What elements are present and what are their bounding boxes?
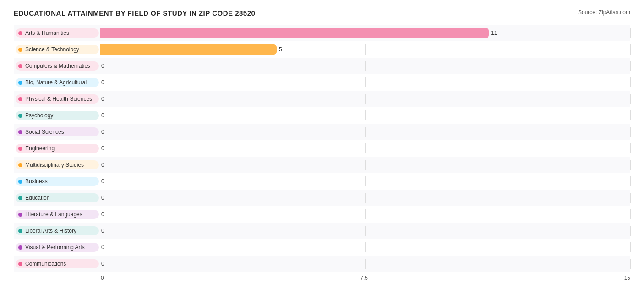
bar-value-label: 0 [101, 261, 104, 267]
bar-value-label: 0 [101, 129, 104, 135]
bar-row: Bio, Nature & Agricultural0 [14, 74, 630, 91]
bar-label: Bio, Nature & Agricultural [25, 79, 87, 86]
bar-row: Social Sciences0 [14, 124, 630, 140]
bar-row: Psychology0 [14, 107, 630, 124]
bar-label: Business [25, 178, 48, 185]
bar-label: Arts & Humanities [25, 30, 69, 36]
bar-track: 0 [100, 193, 630, 203]
label-pill: Science & Technology [16, 45, 99, 54]
label-pill: Education [16, 193, 99, 202]
bar-track: 0 [100, 259, 630, 269]
grid-wrap: Arts & Humanities11Science & Technology5… [14, 25, 630, 272]
bar-value-label: 0 [101, 228, 104, 234]
bar-track: 0 [100, 61, 630, 71]
x-label-mid: 7.5 [360, 275, 368, 281]
bar-row: Arts & Humanities11 [14, 25, 630, 41]
label-pill: Communications [16, 259, 99, 268]
bar-value-label: 0 [101, 79, 104, 86]
bar-fill [100, 44, 277, 55]
chart-title: EDUCATIONAL ATTAINMENT BY FIELD OF STUDY… [14, 9, 255, 17]
pill-dot [18, 31, 22, 35]
bar-value-label: 0 [101, 244, 104, 251]
x-label-max: 15 [624, 275, 630, 281]
bar-track: 0 [100, 143, 630, 153]
label-pill: Computers & Mathematics [16, 61, 99, 71]
chart-container: EDUCATIONAL ATTAINMENT BY FIELD OF STUDY… [14, 9, 630, 281]
bar-track: 0 [100, 209, 630, 219]
label-pill: Visual & Performing Arts [16, 243, 99, 252]
bar-track: 0 [100, 242, 630, 252]
pill-dot [18, 245, 22, 250]
bar-row: Literature & Languages0 [14, 206, 630, 223]
pill-dot [18, 262, 22, 266]
bar-value-label: 0 [101, 63, 104, 69]
bar-value-label: 0 [101, 211, 104, 218]
x-axis-labels: 0 7.5 15 [101, 275, 630, 281]
label-pill: Engineering [16, 144, 99, 153]
label-pill: Social Sciences [16, 127, 99, 136]
bar-value-label: 0 [101, 96, 104, 102]
bar-label: Science & Technology [25, 46, 79, 53]
bar-label: Computers & Mathematics [25, 63, 90, 69]
bar-label: Visual & Performing Arts [25, 244, 85, 251]
bar-track: 0 [100, 226, 630, 236]
pill-dot [18, 130, 22, 134]
bar-label: Multidisciplinary Studies [25, 162, 84, 168]
bar-row: Science & Technology5 [14, 41, 630, 58]
chart-title-row: EDUCATIONAL ATTAINMENT BY FIELD OF STUDY… [14, 9, 630, 20]
bar-label: Engineering [25, 145, 55, 152]
bar-value-label: 11 [491, 30, 497, 36]
pill-dot [18, 163, 22, 167]
source-label: Source: ZipAtlas.com [578, 9, 630, 16]
pill-dot [18, 48, 22, 52]
label-pill: Arts & Humanities [16, 28, 99, 38]
bar-value-label: 0 [101, 145, 104, 152]
bar-label: Psychology [25, 112, 53, 119]
bar-value-label: 0 [101, 195, 104, 201]
bar-row: Education0 [14, 190, 630, 206]
x-label-0: 0 [101, 275, 104, 281]
bar-label: Physical & Health Sciences [25, 96, 92, 102]
pill-dot [18, 213, 22, 217]
pill-dot [18, 196, 22, 200]
label-pill: Liberal Arts & History [16, 226, 99, 235]
bar-label: Social Sciences [25, 129, 64, 135]
chart-body: Arts & Humanities11Science & Technology5… [14, 25, 630, 281]
bar-row: Computers & Mathematics0 [14, 58, 630, 74]
bar-track: 0 [100, 77, 630, 87]
bar-label: Education [25, 195, 49, 201]
bar-label: Communications [25, 261, 66, 267]
label-pill: Psychology [16, 111, 99, 120]
pill-dot [18, 81, 22, 85]
bar-track: 0 [100, 176, 630, 186]
pill-dot [18, 64, 22, 68]
label-pill: Bio, Nature & Agricultural [16, 78, 99, 87]
pill-dot [18, 147, 22, 151]
bar-track: 0 [100, 94, 630, 104]
bar-value-label: 5 [279, 46, 282, 53]
bar-row: Business0 [14, 173, 630, 190]
bar-label: Liberal Arts & History [25, 228, 76, 234]
label-pill: Multidisciplinary Studies [16, 160, 99, 169]
pill-dot [18, 180, 22, 184]
bar-label: Literature & Languages [25, 211, 82, 218]
pill-dot [18, 229, 22, 233]
bar-row: Physical & Health Sciences0 [14, 91, 630, 107]
bar-row: Communications0 [14, 256, 630, 272]
bar-track: 5 [100, 44, 630, 55]
bar-track: 0 [100, 160, 630, 170]
bar-track: 11 [100, 28, 630, 38]
label-pill: Business [16, 177, 99, 186]
bar-track: 0 [100, 110, 630, 120]
bar-value-label: 0 [101, 112, 104, 119]
bar-row: Engineering0 [14, 140, 630, 157]
bar-fill [100, 28, 489, 38]
pill-dot [18, 114, 22, 118]
bar-value-label: 0 [101, 162, 104, 168]
pill-dot [18, 97, 22, 101]
bars-section: Arts & Humanities11Science & Technology5… [14, 25, 630, 272]
label-pill: Physical & Health Sciences [16, 94, 99, 104]
bar-row: Liberal Arts & History0 [14, 223, 630, 239]
bar-track: 0 [100, 127, 630, 137]
x-axis: 0 7.5 15 [14, 275, 630, 281]
